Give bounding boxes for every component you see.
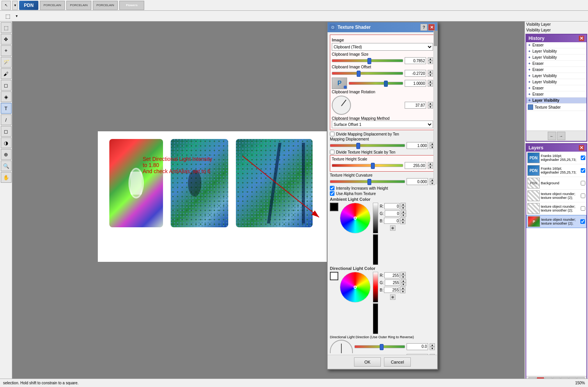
ambient-r-down[interactable]: ▼ bbox=[400, 206, 406, 210]
directional-b-down[interactable]: ▼ bbox=[400, 290, 405, 293]
dialog-help-button[interactable]: ? bbox=[420, 24, 427, 31]
clipboard-offset-thumb2[interactable] bbox=[384, 81, 388, 87]
rotation-up[interactable]: ▲ bbox=[428, 102, 433, 105]
directional-dir-up1[interactable]: ▲ bbox=[430, 343, 435, 347]
history-close-button[interactable]: ✕ bbox=[579, 36, 584, 41]
history-item-6[interactable]: ✦ Layer Visibility bbox=[526, 79, 586, 85]
layer-item-5[interactable]: P texture object rounder; texture smooth… bbox=[526, 215, 586, 228]
directional-dir-input1[interactable] bbox=[407, 343, 428, 350]
ambient-b-down[interactable]: ▼ bbox=[400, 221, 405, 224]
clipboard-offset-down1[interactable]: ▼ bbox=[428, 73, 433, 77]
ambient-color-picker-btn[interactable]: ⊕ bbox=[390, 225, 395, 231]
layer-visibility-0[interactable] bbox=[581, 155, 585, 160]
layers-list[interactable]: PDN Franks 160pt; edgeshader 255,25,73; … bbox=[526, 152, 586, 376]
directional-g-down[interactable]: ▼ bbox=[401, 283, 406, 286]
ambient-g-down[interactable]: ▼ bbox=[401, 213, 406, 217]
layer-visibility-5[interactable] bbox=[580, 219, 585, 224]
directional-value-bar[interactable] bbox=[373, 272, 378, 303]
clipboard-offset-up2[interactable]: ▲ bbox=[428, 80, 433, 83]
ambient-b-up[interactable]: ▲ bbox=[400, 217, 405, 221]
arrow-tool[interactable]: ↖ bbox=[2, 1, 11, 10]
directional-dir-down1[interactable]: ▼ bbox=[430, 347, 435, 350]
layer-item-4[interactable]: texture object rounder; texture smoother… bbox=[526, 202, 586, 215]
history-item-5[interactable]: ✦ Layer Visibility bbox=[526, 73, 586, 79]
ambient-color-swatch[interactable] bbox=[330, 203, 338, 211]
directional-alpha-bar[interactable] bbox=[373, 303, 378, 334]
clipboard-offset-thumb1[interactable] bbox=[357, 71, 361, 77]
layer-item-2[interactable]: PDN Background bbox=[526, 177, 586, 190]
clipboard-offset-down2[interactable]: ▼ bbox=[428, 83, 433, 87]
ok-button[interactable]: OK bbox=[354, 357, 381, 367]
directional-r-down[interactable]: ▼ bbox=[400, 275, 406, 279]
clipboard-size-up[interactable]: ▲ bbox=[428, 57, 433, 61]
clipboard-offset-input1[interactable] bbox=[405, 70, 426, 77]
directional-b-up[interactable]: ▲ bbox=[400, 286, 405, 290]
texture-curvature-thumb[interactable] bbox=[367, 179, 371, 185]
cancel-button[interactable]: Cancel bbox=[384, 357, 411, 367]
directional-dir-input2[interactable] bbox=[407, 354, 428, 355]
texture-curvature-input[interactable] bbox=[407, 178, 428, 185]
intensity-increases-checkbox[interactable] bbox=[330, 186, 334, 190]
clipboard-size-input[interactable] bbox=[405, 57, 426, 64]
texture-height-scale-down[interactable]: ▼ bbox=[428, 165, 433, 169]
clipboard-size-down[interactable]: ▼ bbox=[428, 61, 433, 64]
directional-color-swatch[interactable] bbox=[330, 272, 338, 280]
ambient-r-up[interactable]: ▲ bbox=[400, 203, 406, 206]
texture-height-scale-input[interactable] bbox=[405, 162, 426, 169]
history-item-0[interactable]: ✦ Eraser bbox=[526, 42, 586, 48]
history-item-9[interactable]: ✦ Layer Visibility bbox=[526, 98, 586, 104]
texture-height-scale-thumb[interactable] bbox=[371, 163, 375, 169]
eraser-tool[interactable]: ◻ bbox=[1, 80, 12, 91]
layer-visibility-4[interactable] bbox=[581, 206, 585, 211]
history-item-8[interactable]: ✦ Eraser bbox=[526, 91, 586, 98]
clipboard-size-slider[interactable] bbox=[332, 58, 403, 64]
rectangle-select-tool[interactable]: ⬚ bbox=[1, 22, 12, 33]
magic-wand-tool[interactable]: 🪄 bbox=[1, 57, 12, 68]
ambient-g-up[interactable]: ▲ bbox=[401, 210, 406, 213]
directional-dir-slider2[interactable] bbox=[354, 354, 405, 355]
ambient-alpha-bar[interactable] bbox=[373, 234, 378, 265]
line-tool[interactable]: / bbox=[1, 114, 12, 125]
history-item-1[interactable]: ✦ Layer Visibility bbox=[526, 48, 586, 55]
ambient-g-input[interactable] bbox=[385, 210, 400, 217]
mapping-displacement-thumb[interactable] bbox=[356, 143, 360, 149]
use-alpha-checkbox[interactable] bbox=[330, 191, 334, 196]
dropdown-arrow[interactable]: ▾ bbox=[12, 1, 18, 10]
divide-mapping-checkbox[interactable] bbox=[330, 132, 334, 136]
canvas-area[interactable]: Set Directional Light Intensity to 1.80 … bbox=[12, 22, 525, 387]
pan-tool[interactable]: ✋ bbox=[1, 172, 12, 183]
history-list[interactable]: ✦ Eraser ✦ Layer Visibility ✦ Layer Visi… bbox=[526, 42, 586, 131]
divide-texture-checkbox[interactable] bbox=[330, 150, 334, 154]
select-tool[interactable]: ⬚ bbox=[3, 12, 12, 21]
mapping-displacement-input[interactable] bbox=[407, 142, 428, 149]
ambient-color-wheel[interactable] bbox=[340, 203, 371, 233]
directional-g-up[interactable]: ▲ bbox=[401, 279, 406, 283]
text-tool[interactable]: T bbox=[1, 103, 12, 114]
directional-dir-up2[interactable]: ▲ bbox=[430, 354, 435, 355]
history-item-10[interactable]: Texture Shader bbox=[526, 104, 586, 111]
history-undo-button[interactable]: ← bbox=[548, 132, 556, 140]
history-item-4[interactable]: ✦ Eraser bbox=[526, 67, 586, 73]
directional-r-up[interactable]: ▲ bbox=[400, 272, 406, 275]
texture-height-scale-up[interactable]: ▲ bbox=[428, 162, 433, 165]
mapping-method-select[interactable]: Surface Offset 1 bbox=[332, 121, 433, 128]
ambient-r-input[interactable] bbox=[384, 203, 400, 209]
zoom-tool[interactable]: 🔍 bbox=[1, 160, 12, 171]
ambient-b-input[interactable] bbox=[384, 218, 399, 224]
history-item-3[interactable]: ✦ Eraser bbox=[526, 61, 586, 67]
ambient-value-bar[interactable] bbox=[373, 203, 378, 233]
texture-curvature-slider[interactable] bbox=[330, 179, 405, 185]
history-redo-button[interactable]: → bbox=[557, 132, 565, 140]
lasso-tool[interactable]: ⌖ bbox=[1, 45, 12, 56]
history-item-2[interactable]: ✦ Layer Visibility bbox=[526, 55, 586, 61]
directional-color-wheel[interactable] bbox=[340, 272, 371, 303]
layer-item-0[interactable]: PDN Franks 160pt; edgeshader 255,25,73; bbox=[526, 152, 586, 164]
fill-tool[interactable]: ◈ bbox=[1, 91, 12, 102]
directional-b-input[interactable] bbox=[384, 287, 399, 293]
rotation-down[interactable]: ▼ bbox=[428, 105, 433, 109]
image-tab-3[interactable]: PORCELAIN bbox=[93, 1, 118, 10]
layer-item-1[interactable]: PDN Franks 160pt; edgeshader 255,25,73; bbox=[526, 164, 586, 177]
layer-visibility-2[interactable] bbox=[581, 181, 585, 185]
move-tool[interactable]: ✥ bbox=[1, 34, 12, 45]
mapping-displacement-slider[interactable] bbox=[330, 142, 405, 149]
